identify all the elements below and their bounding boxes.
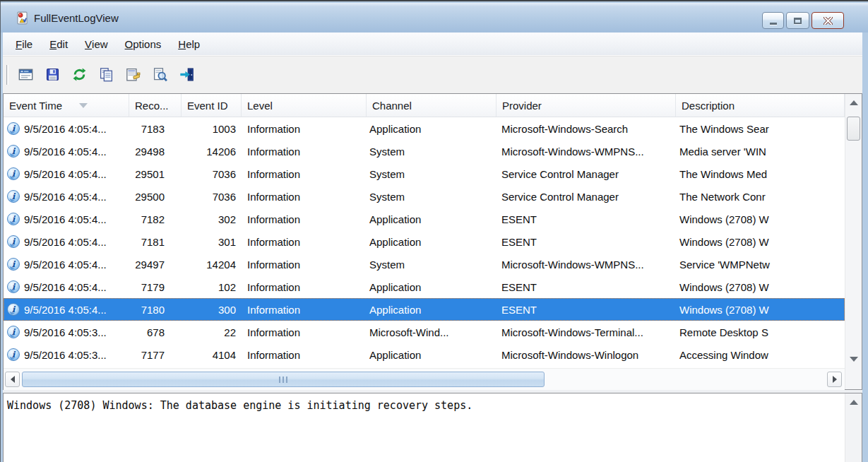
column-header-record_id[interactable]: Reco... (129, 94, 182, 117)
cell-level: Information (242, 343, 367, 366)
toolbar (3, 56, 862, 93)
pane-vertical-scrollbar[interactable] (845, 393, 862, 462)
cell-level: Information (242, 162, 367, 185)
properties-icon (126, 67, 141, 82)
cell-description: The Network Conr (676, 185, 845, 208)
save-button[interactable] (42, 65, 63, 85)
cell-level: Information (242, 298, 367, 321)
cell-record_id: 7180 (129, 298, 182, 321)
horizontal-scrollbar-thumb[interactable] (22, 372, 545, 387)
column-header-label: Event ID (187, 100, 228, 112)
window-options-button[interactable] (15, 65, 36, 85)
cell-provider: Microsoft-Windows-Search (497, 117, 676, 140)
toolbar-grip-handle[interactable] (6, 65, 8, 85)
description-pane[interactable]: Windows (2708) Windows: The database eng… (3, 393, 862, 462)
cell-time: i9/5/2016 4:05:4... (4, 140, 129, 162)
list-rows: i9/5/2016 4:05:4...71831003InformationAp… (4, 117, 845, 368)
app-window: FullEventLogView FileEditViewOptionsHelp (0, 0, 868, 462)
column-header-level[interactable]: Level (242, 94, 367, 117)
save-icon (45, 67, 60, 82)
refresh-icon (72, 67, 87, 82)
table-row[interactable]: i9/5/2016 4:05:3...67822InformationMicro… (4, 321, 845, 343)
column-header-event_id[interactable]: Event ID (182, 94, 242, 117)
table-row[interactable]: i9/5/2016 4:05:4...2949714204Information… (4, 253, 845, 276)
cell-description: Accessing Window (676, 343, 845, 366)
cell-description: The Windows Med (676, 162, 845, 185)
properties-button[interactable] (122, 65, 143, 85)
information-level-icon: i (7, 190, 20, 203)
find-button[interactable] (149, 65, 170, 85)
table-row[interactable]: i9/5/2016 4:05:4...7179102InformationApp… (4, 276, 845, 298)
cell-level: Information (242, 140, 367, 162)
arrow-down-icon (850, 357, 858, 362)
list-header: Event TimeReco...Event IDLevelChannelPro… (4, 94, 845, 117)
horizontal-scrollbar[interactable] (4, 368, 845, 390)
event-list: Event TimeReco...Event IDLevelChannelPro… (3, 93, 862, 390)
cell-event_id: 14204 (182, 253, 242, 276)
window-controls (762, 12, 844, 29)
copy-button[interactable] (95, 65, 117, 85)
column-header-channel[interactable]: Channel (367, 94, 497, 117)
maximize-icon (794, 18, 802, 24)
information-level-icon: i (7, 258, 20, 271)
vertical-scrollbar[interactable] (845, 94, 862, 367)
titlebar[interactable]: FullEventLogView (1, 3, 868, 32)
table-row[interactable]: i9/5/2016 4:05:4...71831003InformationAp… (4, 117, 845, 140)
scroll-up-button[interactable] (845, 94, 862, 111)
cell-provider: Microsoft-Windows-WMPNS... (497, 140, 676, 162)
menu-item-help[interactable]: Help (170, 32, 208, 55)
minimize-button[interactable] (762, 12, 784, 29)
scroll-grip-icon (279, 377, 280, 383)
cell-record_id: 7182 (129, 208, 182, 230)
cell-record_id: 29501 (129, 162, 182, 185)
information-level-icon: i (7, 280, 20, 293)
table-row[interactable]: i9/5/2016 4:05:4...2949814206Information… (4, 140, 845, 162)
pane-scroll-up-button[interactable] (845, 393, 862, 410)
cell-event_id: 4104 (182, 343, 242, 366)
table-row-selected[interactable]: i9/5/2016 4:05:4...7180300InformationApp… (4, 298, 845, 321)
column-header-time[interactable]: Event Time (4, 94, 129, 117)
menu-item-edit[interactable]: Edit (41, 32, 76, 55)
menu-item-file[interactable]: File (7, 32, 41, 55)
maximize-button[interactable] (786, 12, 809, 29)
column-header-provider[interactable]: Provider (497, 94, 676, 117)
vertical-scrollbar-thumb[interactable] (847, 117, 860, 141)
cell-description: Media server 'WIN (676, 140, 845, 162)
scroll-right-button[interactable] (827, 372, 842, 387)
find-icon (153, 67, 167, 82)
table-row[interactable]: i9/5/2016 4:05:3...71774104InformationAp… (4, 343, 845, 366)
cell-record_id: 7177 (129, 343, 182, 366)
cell-provider: Service Control Manager (497, 185, 676, 208)
cell-channel: Application (367, 276, 497, 298)
information-level-icon: i (7, 122, 20, 135)
cell-record_id: 29500 (129, 185, 182, 208)
cell-time: i9/5/2016 4:05:3... (4, 343, 129, 366)
column-header-description[interactable]: Description (676, 94, 845, 117)
scroll-left-button[interactable] (5, 372, 20, 387)
column-header-label: Provider (502, 100, 542, 112)
table-row[interactable]: i9/5/2016 4:05:4...7182302InformationApp… (4, 208, 845, 230)
information-level-icon: i (7, 303, 20, 316)
exit-button[interactable] (176, 65, 197, 85)
cell-provider: ESENT (497, 276, 676, 298)
cell-description: Remote Desktop S (676, 321, 845, 343)
cell-record_id: 7179 (129, 276, 182, 298)
menubar: FileEditViewOptionsHelp (3, 32, 862, 56)
menu-item-view[interactable]: View (76, 32, 117, 55)
cell-channel: Application (367, 208, 497, 230)
scroll-grip-icon (283, 377, 284, 383)
cell-description: Windows (2708) W (676, 230, 845, 253)
scroll-down-button[interactable] (845, 350, 862, 367)
cell-record_id: 29498 (129, 140, 182, 162)
table-row[interactable]: i9/5/2016 4:05:4...295007036InformationS… (4, 185, 845, 208)
cell-time-label: 9/5/2016 4:05:3... (24, 326, 107, 338)
refresh-button[interactable] (69, 65, 90, 85)
cell-channel: Application (367, 343, 497, 366)
close-button[interactable] (811, 12, 844, 29)
menu-item-options[interactable]: Options (117, 32, 170, 55)
table-row[interactable]: i9/5/2016 4:05:4...295017036InformationS… (4, 162, 845, 185)
cell-provider: ESENT (497, 298, 676, 321)
minimize-icon (770, 23, 777, 25)
cell-event_id: 102 (182, 276, 242, 298)
table-row[interactable]: i9/5/2016 4:05:4...7181301InformationApp… (4, 230, 845, 253)
